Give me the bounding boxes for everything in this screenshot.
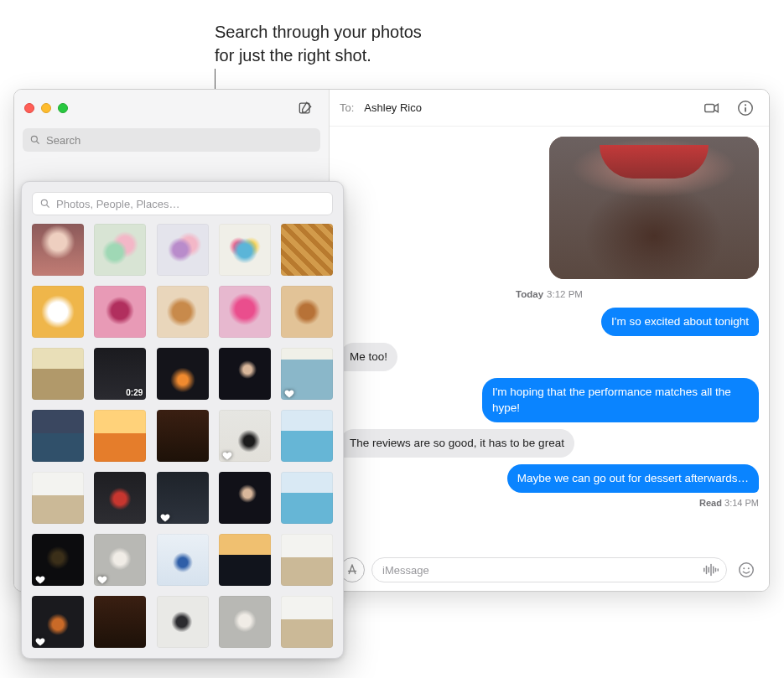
photo-thumbnail[interactable] <box>281 472 333 524</box>
details-button[interactable] <box>732 96 759 120</box>
photo-thumbnail[interactable] <box>157 410 209 462</box>
photo-thumbnail[interactable] <box>32 472 84 524</box>
waveform-icon <box>702 562 720 577</box>
conversation-panel: To: Ashley Rico Today3:12 PM I'm so exci… <box>330 90 769 591</box>
photo-thumbnail[interactable] <box>219 472 271 524</box>
search-icon <box>29 134 41 146</box>
photo-thumbnail[interactable] <box>281 534 333 586</box>
favorite-heart-icon <box>160 511 170 521</box>
emoji-picker-button[interactable] <box>734 557 759 582</box>
incoming-message[interactable]: Me too! <box>340 343 397 371</box>
photo-thumbnail[interactable] <box>219 348 271 400</box>
favorite-heart-icon <box>35 573 45 583</box>
window-controls <box>24 103 68 113</box>
photo-thumbnail[interactable] <box>94 534 146 586</box>
timestamp-time: 3:12 PM <box>547 289 583 299</box>
photos-grid[interactable]: 0:29 <box>32 224 333 648</box>
photo-thumbnail[interactable] <box>157 534 209 586</box>
audio-message-button[interactable] <box>701 560 721 580</box>
photo-thumbnail[interactable] <box>219 410 271 462</box>
conversation-transcript[interactable]: Today3:12 PM I'm so excited about tonigh… <box>330 127 769 551</box>
photo-thumbnail[interactable] <box>219 224 271 276</box>
photo-thumbnail[interactable] <box>157 286 209 338</box>
svg-line-2 <box>37 142 39 144</box>
outgoing-message[interactable]: Maybe we can go out for dessert afterwar… <box>507 464 759 493</box>
annotation-line1: Search through your photos <box>215 20 422 44</box>
photo-thumbnail[interactable] <box>157 472 209 524</box>
search-icon <box>39 198 51 210</box>
recipient-name[interactable]: Ashley Rico <box>364 101 422 114</box>
svg-point-17 <box>41 199 47 205</box>
compose-new-message-button[interactable] <box>292 96 319 120</box>
message-input-placeholder: iMessage <box>382 564 694 577</box>
sent-photo-attachment[interactable] <box>549 137 759 279</box>
photo-thumbnail[interactable] <box>157 224 209 276</box>
compose-icon <box>297 100 314 116</box>
photo-thumbnail[interactable] <box>32 410 84 462</box>
timestamp: Today3:12 PM <box>516 289 583 299</box>
favorite-heart-icon <box>284 387 294 397</box>
photo-thumbnail[interactable] <box>281 348 333 400</box>
svg-rect-3 <box>705 104 714 111</box>
photo-thumbnail[interactable] <box>32 286 84 338</box>
photo-thumbnail[interactable] <box>94 472 146 524</box>
photos-picker-popover: Photos, People, Places… 0:29 <box>21 181 344 659</box>
read-label: Read <box>699 498 722 508</box>
minimize-window-button[interactable] <box>41 103 51 113</box>
read-receipt: Read 3:14 PM <box>699 498 759 508</box>
to-label: To: <box>340 101 354 114</box>
photo-thumbnail[interactable] <box>281 286 333 338</box>
photo-thumbnail[interactable] <box>94 224 146 276</box>
read-time: 3:14 PM <box>724 498 759 508</box>
svg-rect-6 <box>745 107 746 111</box>
compose-area: iMessage <box>330 551 769 591</box>
svg-rect-0 <box>299 103 309 113</box>
photo-thumbnail[interactable] <box>94 286 146 338</box>
photo-thumbnail[interactable] <box>94 596 146 648</box>
timestamp-day: Today <box>516 289 543 299</box>
conversation-search-field[interactable]: Search <box>23 128 320 152</box>
favorite-heart-icon <box>222 449 232 459</box>
photo-thumbnail[interactable] <box>32 596 84 648</box>
search-placeholder: Search <box>46 134 80 147</box>
photo-thumbnail[interactable] <box>219 286 271 338</box>
photo-thumbnail[interactable] <box>281 596 333 648</box>
annotation-line2: for just the right shot. <box>215 44 422 67</box>
svg-point-15 <box>743 567 745 569</box>
favorite-heart-icon <box>97 573 107 583</box>
photos-search-field[interactable]: Photos, People, Places… <box>32 192 333 215</box>
outgoing-message[interactable]: I'm hoping that the performance matches … <box>482 378 759 422</box>
svg-point-14 <box>740 563 754 577</box>
video-camera-icon <box>703 99 721 117</box>
svg-point-5 <box>745 104 746 106</box>
favorite-heart-icon <box>35 635 45 645</box>
photo-thumbnail[interactable] <box>219 596 271 648</box>
photo-thumbnail[interactable] <box>281 224 333 276</box>
svg-line-18 <box>47 205 49 208</box>
smiley-icon <box>737 561 755 579</box>
incoming-message[interactable]: The reviews are so good, it has to be gr… <box>340 429 574 458</box>
info-icon <box>736 99 755 117</box>
photo-thumbnail[interactable] <box>157 596 209 648</box>
photo-thumbnail[interactable] <box>32 348 84 400</box>
photos-search-placeholder: Photos, People, Places… <box>56 198 179 210</box>
svg-point-16 <box>748 567 750 569</box>
photo-thumbnail[interactable] <box>281 410 333 462</box>
annotation-text: Search through your photos for just the … <box>215 20 422 67</box>
zoom-window-button[interactable] <box>58 103 68 113</box>
facetime-button[interactable] <box>698 96 725 120</box>
close-window-button[interactable] <box>24 103 34 113</box>
outgoing-message[interactable]: I'm so excited about tonight <box>601 308 759 336</box>
photo-thumbnail[interactable] <box>94 410 146 462</box>
photo-thumbnail[interactable] <box>219 534 271 586</box>
photo-thumbnail[interactable] <box>32 224 84 276</box>
photo-thumbnail[interactable] <box>157 348 209 400</box>
svg-point-1 <box>31 136 37 142</box>
video-duration-badge: 0:29 <box>126 388 143 397</box>
message-input[interactable]: iMessage <box>371 557 727 582</box>
app-store-icon <box>345 562 360 577</box>
conversation-header: To: Ashley Rico <box>330 90 769 127</box>
photo-thumbnail[interactable] <box>32 534 84 586</box>
window-titlebar <box>14 90 329 127</box>
photo-thumbnail[interactable]: 0:29 <box>94 348 146 400</box>
